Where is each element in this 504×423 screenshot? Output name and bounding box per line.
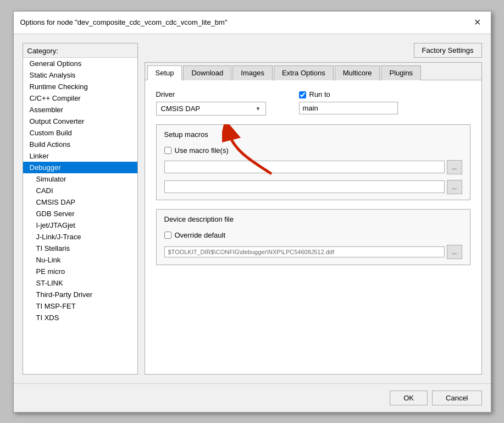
- dialog-title: Options for node "dev_composite_cdc_vcom…: [20, 18, 228, 26]
- driver-run-row: Driver CMSIS DAP ▼ Run to: [156, 90, 470, 116]
- sidebar-item-jlink[interactable]: J-Link/J-Trace: [23, 231, 137, 243]
- sidebar-list: General Options Static Analysis Runtime …: [23, 58, 137, 323]
- sidebar-item-pe-micro[interactable]: PE micro: [23, 266, 137, 277]
- sidebar-item-st-link[interactable]: ST-LINK: [23, 277, 137, 289]
- use-macro-files-label: Use macro file(s): [175, 146, 229, 155]
- sidebar: Category: General Options Static Analysi…: [23, 43, 138, 375]
- macro-browse-button-1[interactable]: ...: [447, 160, 462, 174]
- override-default-checkbox[interactable]: [164, 232, 171, 239]
- sidebar-item-general-options[interactable]: General Options: [23, 58, 137, 69]
- setup-macros-title: Setup macros: [164, 130, 462, 139]
- sidebar-item-runtime-checking[interactable]: Runtime Checking: [23, 81, 137, 92]
- run-to-checkbox[interactable]: [299, 91, 306, 98]
- close-button[interactable]: ✕: [471, 16, 484, 29]
- factory-row: Factory Settings: [145, 43, 482, 58]
- tab-images[interactable]: Images: [232, 65, 273, 80]
- category-label: Category:: [23, 43, 137, 58]
- sidebar-item-gdb-server[interactable]: GDB Server: [23, 208, 137, 219]
- sidebar-item-output-converter[interactable]: Output Converter: [23, 116, 137, 127]
- macro-browse-button-2[interactable]: ...: [447, 180, 462, 194]
- macro-input-1[interactable]: [164, 161, 445, 173]
- sidebar-item-nu-link[interactable]: Nu-Link: [23, 254, 137, 266]
- sidebar-item-ti-stellaris[interactable]: TI Stellaris: [23, 243, 137, 254]
- chevron-down-icon: ▼: [256, 106, 261, 112]
- macro-input-2[interactable]: [164, 180, 445, 193]
- sidebar-item-static-analysis[interactable]: Static Analysis: [23, 69, 137, 81]
- tab-download[interactable]: Download: [183, 65, 231, 80]
- sidebar-item-cpp-compiler[interactable]: C/C++ Compiler: [23, 92, 137, 104]
- device-desc-title: Device description file: [164, 215, 462, 223]
- main-panel: Factory Settings Setup Download Images E…: [145, 43, 482, 375]
- override-default-label: Override default: [175, 231, 226, 239]
- driver-select[interactable]: CMSIS DAP ▼: [156, 102, 266, 116]
- sidebar-item-custom-build[interactable]: Custom Build: [23, 127, 137, 139]
- run-to-checkbox-row: Run to: [299, 90, 398, 100]
- tabs: Setup Download Images Extra Options Mult…: [145, 63, 481, 80]
- panel-content: Driver CMSIS DAP ▼ Run to: [145, 80, 481, 374]
- tab-multicore[interactable]: Multicore: [335, 65, 380, 80]
- sidebar-item-ijet[interactable]: I-jet/JTAGjet: [23, 219, 137, 231]
- sidebar-item-third-party[interactable]: Third-Party Driver: [23, 289, 137, 300]
- override-default-row: Override default: [164, 231, 462, 239]
- tab-setup[interactable]: Setup: [147, 65, 182, 80]
- ok-button[interactable]: OK: [390, 391, 428, 405]
- sidebar-item-linker[interactable]: Linker: [23, 150, 137, 162]
- driver-label: Driver: [156, 90, 266, 98]
- panel-content-wrapper: Driver CMSIS DAP ▼ Run to: [145, 80, 481, 374]
- run-to-label: Run to: [309, 90, 330, 98]
- panel-box: Setup Download Images Extra Options Mult…: [145, 62, 482, 375]
- sidebar-item-build-actions[interactable]: Build Actions: [23, 139, 137, 150]
- macro-input-row-2: ...: [164, 180, 462, 194]
- title-bar: Options for node "dev_composite_cdc_vcom…: [14, 12, 491, 34]
- bottom-bar: OK Cancel: [14, 383, 491, 412]
- device-path-input[interactable]: [164, 246, 445, 257]
- setup-macros-section: Setup macros Use macro file(s) ...: [156, 124, 470, 200]
- tab-extra-options[interactable]: Extra Options: [274, 65, 334, 80]
- use-macro-files-checkbox[interactable]: [164, 147, 171, 154]
- run-to-input[interactable]: [299, 102, 398, 114]
- sidebar-item-debugger[interactable]: Debugger: [23, 162, 137, 173]
- sidebar-item-ti-msp-fet[interactable]: TI MSP-FET: [23, 300, 137, 312]
- driver-value: CMSIS DAP: [161, 105, 201, 113]
- device-desc-section: Device description file Override default…: [156, 209, 470, 265]
- content-area: Category: General Options Static Analysi…: [14, 34, 491, 383]
- device-browse-button[interactable]: ...: [447, 245, 462, 259]
- macro-input-row-1: ...: [164, 160, 462, 174]
- cancel-button[interactable]: Cancel: [432, 391, 481, 405]
- sidebar-item-cmsis-dap[interactable]: CMSIS DAP: [23, 196, 137, 208]
- sidebar-item-assembler[interactable]: Assembler: [23, 104, 137, 116]
- tab-plugins[interactable]: Plugins: [381, 65, 421, 80]
- run-to-group: Run to: [299, 90, 398, 114]
- device-path-row: ...: [164, 245, 462, 259]
- dialog: Options for node "dev_composite_cdc_vcom…: [13, 11, 491, 413]
- factory-settings-button[interactable]: Factory Settings: [414, 43, 482, 58]
- sidebar-item-cadi[interactable]: CADI: [23, 185, 137, 196]
- use-macro-files-row: Use macro file(s): [164, 146, 462, 155]
- driver-group: Driver CMSIS DAP ▼: [156, 90, 266, 116]
- sidebar-item-simulator[interactable]: Simulator: [23, 173, 137, 185]
- sidebar-item-ti-xds[interactable]: TI XDS: [23, 312, 137, 323]
